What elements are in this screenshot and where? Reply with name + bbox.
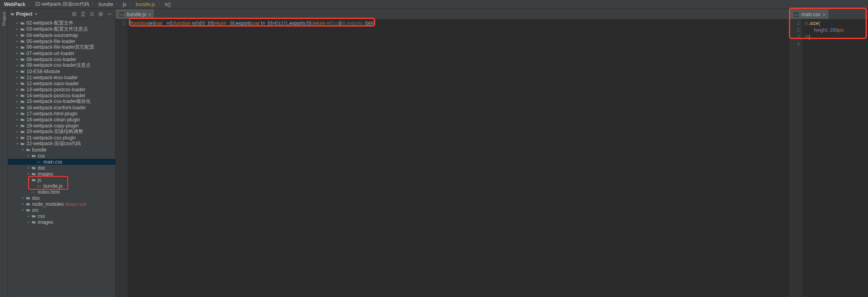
tree-row[interactable]: ▸19-webpack-copy-plugin xyxy=(8,123,115,129)
chevron-icon[interactable]: ▸ xyxy=(15,124,19,127)
chevron-icon[interactable]: ▸ xyxy=(15,130,19,133)
tree-row[interactable]: ▸20-webpack-层级结构调整 xyxy=(8,129,115,135)
breadcrumb[interactable]: WebPack 〉 22-webpack-压缩css代码 〉 bundle 〉 … xyxy=(0,0,868,9)
breadcrumb-part[interactable]: 22-webpack-压缩css代码 xyxy=(33,1,91,8)
tree-item-label: 16-webpack-iconfont-loader xyxy=(26,105,86,111)
folder-icon xyxy=(19,87,26,92)
tree-row[interactable]: ▸18-webpack-clean-plugin xyxy=(8,117,115,123)
tree-row[interactable]: ▸05-webpack-file-loader xyxy=(8,38,115,44)
chevron-icon[interactable]: ▸ xyxy=(15,94,19,97)
tree-row[interactable]: ▸17-webpack-html-plugin xyxy=(8,111,115,117)
chevron-icon[interactable]: ▸ xyxy=(26,172,30,176)
code-text[interactable]: !function(e){var _={};function n(r){if(_… xyxy=(128,19,790,297)
chevron-icon[interactable]: ▸ xyxy=(15,112,19,115)
tab-bundle-js[interactable]: 101 bundle.js × xyxy=(116,9,154,19)
tree-row[interactable]: cssmain.css xyxy=(8,159,115,165)
folder-icon xyxy=(25,208,31,213)
chevron-icon[interactable]: ▸ xyxy=(15,21,19,25)
chevron-icon[interactable]: ▸ xyxy=(15,106,19,109)
tree-row[interactable]: ▸03-webpack-配置文件注意点 xyxy=(8,26,115,32)
tree-row[interactable]: ▸21-webpack-css-plugin xyxy=(8,135,115,141)
breadcrumb-part[interactable]: js xyxy=(121,2,128,7)
tree-row[interactable]: ▸06-webpack-file-loader其它配置 xyxy=(8,44,115,50)
chevron-icon[interactable]: ▸ xyxy=(15,136,19,139)
tree-row[interactable]: ▸images xyxy=(8,219,115,225)
chevron-icon[interactable]: ▾ xyxy=(26,154,30,158)
folder-icon xyxy=(19,141,26,146)
chevron-icon[interactable]: ▸ xyxy=(15,88,19,91)
chevron-icon[interactable]: ▾ xyxy=(26,178,30,182)
chevron-icon[interactable]: ▸ xyxy=(21,196,25,200)
tree-row[interactable]: ▾css xyxy=(8,153,115,159)
chevron-icon[interactable]: ▾ xyxy=(15,142,19,145)
tree-row[interactable]: ▸images xyxy=(8,171,115,177)
chevron-icon[interactable]: ▸ xyxy=(15,51,19,55)
tree-row[interactable]: ▸16-webpack-iconfont-loader xyxy=(8,104,115,111)
gear-icon[interactable] xyxy=(98,11,104,17)
tree-row[interactable]: ▸02-webpack-配置文件 xyxy=(8,20,115,26)
chevron-icon[interactable]: ▸ xyxy=(15,39,19,43)
tree-row[interactable]: ▸07-webpack-url-loader xyxy=(8,50,115,56)
tree-item-label: 04-webpack-sourcemap xyxy=(26,33,78,38)
tree-row[interactable]: ▸doc xyxy=(8,165,115,171)
chevron-icon[interactable]: ▾ xyxy=(21,148,25,152)
locate-icon[interactable] xyxy=(71,11,77,17)
expand-all-icon[interactable] xyxy=(80,11,86,17)
chevron-icon[interactable]: ▸ xyxy=(15,57,19,61)
tree-row[interactable]: ▸04-webpack-sourcemap xyxy=(8,32,115,38)
chevron-icon[interactable]: ▸ xyxy=(15,70,19,73)
chevron-icon[interactable]: ▸ xyxy=(15,118,19,121)
tab-main-css[interactable]: css main.css × xyxy=(790,9,829,19)
tree-row[interactable]: </>index.html xyxy=(8,189,115,195)
chevron-icon[interactable]: ▸ xyxy=(26,166,30,170)
tree-item-label: node_modules xyxy=(32,201,64,207)
tree-row[interactable]: ▸15-webpack-css-loader模块化 xyxy=(8,98,115,104)
tree-row[interactable]: ▸13-webpack-postcss-loader xyxy=(8,86,115,92)
chevron-right-icon: 〉 xyxy=(27,1,33,8)
chevron-icon[interactable]: ▸ xyxy=(26,214,30,218)
breadcrumb-part[interactable]: bundle xyxy=(97,2,115,7)
chevron-icon[interactable]: ▸ xyxy=(15,45,19,49)
breadcrumb-file[interactable]: bundle.js xyxy=(134,2,157,7)
tree-item-label: 06-webpack-file-loader其它配置 xyxy=(26,44,94,51)
tree-row[interactable]: 101bundle.js xyxy=(8,183,115,189)
chevron-icon[interactable]: ▸ xyxy=(15,76,19,79)
code-editor-right[interactable]: 1 2 3 4 ⊟.size{ height: 200px; ⊟} xyxy=(790,19,868,297)
tree-row[interactable]: ▾js xyxy=(8,177,115,183)
chevron-icon[interactable]: ▸ xyxy=(21,202,25,206)
code-editor-left[interactable]: 1 !function(e){var _={};function n(r){if… xyxy=(116,19,790,297)
tree-row[interactable]: ▸doc xyxy=(8,195,115,201)
project-panel-title[interactable]: Project xyxy=(10,11,38,17)
hide-icon[interactable] xyxy=(106,11,113,17)
tree-row[interactable]: ▸11-webpack-less-loader xyxy=(8,74,115,80)
close-icon[interactable]: × xyxy=(823,12,825,17)
chevron-icon[interactable]: ▸ xyxy=(15,33,19,37)
close-icon[interactable]: × xyxy=(148,12,151,17)
tree-row[interactable]: ▾bundle xyxy=(8,147,115,153)
tree-row[interactable]: ▸css xyxy=(8,213,115,219)
folder-icon xyxy=(10,12,14,16)
tree-item-label: 19-webpack-copy-plugin xyxy=(26,123,79,129)
folder-icon xyxy=(19,33,26,38)
tree-item-label: 15-webpack-css-loader模块化 xyxy=(26,98,91,105)
chevron-icon[interactable]: ▸ xyxy=(15,82,19,85)
chevron-icon[interactable]: ▸ xyxy=(15,63,19,67)
tree-row[interactable]: ▸10-ES6-Module xyxy=(8,68,115,74)
tree-row[interactable]: ▸08-webpack-css-loader xyxy=(8,56,115,62)
project-tree[interactable]: ▸02-webpack-配置文件▸03-webpack-配置文件注意点▸04-w… xyxy=(8,19,115,297)
tree-row[interactable]: ▸node_moduleslibrary root xyxy=(8,201,115,207)
collapse-all-icon[interactable] xyxy=(89,11,95,17)
chevron-icon[interactable]: ▸ xyxy=(15,100,19,103)
chevron-icon[interactable]: ▾ xyxy=(21,208,25,212)
breadcrumb-symbol[interactable]: n() xyxy=(163,2,173,7)
tree-row[interactable]: ▾22-webpack-压缩css代码 xyxy=(8,141,115,147)
tree-row[interactable]: ▾src xyxy=(8,207,115,213)
sidebar-tab-project[interactable]: Project xyxy=(2,12,6,26)
chevron-icon[interactable]: ▸ xyxy=(15,27,19,31)
tree-row[interactable]: ▸09-webpack-css-loader注意点 xyxy=(8,62,115,68)
tree-row[interactable]: ▸14-webpack-postcss-loader xyxy=(8,92,115,98)
chevron-icon[interactable]: ▸ xyxy=(26,220,30,224)
code-text[interactable]: ⊟.size{ height: 200px; ⊟} xyxy=(802,19,868,297)
tree-row[interactable]: ▸12-webpack-sass-loader xyxy=(8,80,115,86)
breadcrumb-root[interactable]: WebPack xyxy=(2,2,27,7)
